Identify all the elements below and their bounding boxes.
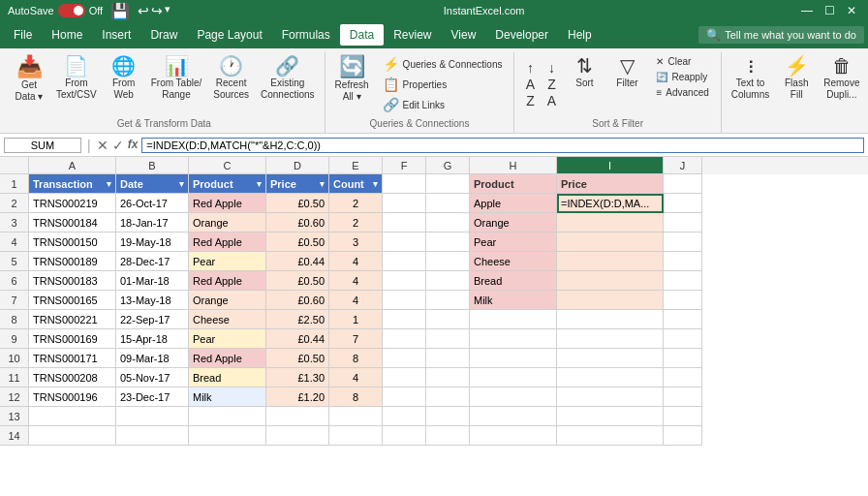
cell-f10[interactable] xyxy=(383,349,426,368)
cell-j13[interactable] xyxy=(664,407,702,426)
cell-d2[interactable]: £0.50 xyxy=(266,194,329,213)
cell-c10[interactable]: Red Apple xyxy=(189,349,266,368)
cell-b7[interactable]: 13-May-18 xyxy=(116,291,189,310)
cell-c2[interactable]: Red Apple xyxy=(189,194,266,213)
recent-sources-button[interactable]: 🕐 RecentSources xyxy=(209,54,253,103)
col-header-j[interactable]: J xyxy=(664,157,702,174)
cell-j2[interactable] xyxy=(664,194,702,213)
cell-c7[interactable]: Orange xyxy=(189,291,266,310)
cell-a14[interactable] xyxy=(29,426,116,446)
confirm-formula-icon[interactable]: ✓ xyxy=(112,138,124,153)
menu-review[interactable]: Review xyxy=(384,24,441,46)
cell-j9[interactable] xyxy=(664,329,702,349)
cell-a3[interactable]: TRNS000184 xyxy=(29,213,116,232)
cell-g2[interactable] xyxy=(426,194,470,213)
cell-e13[interactable] xyxy=(329,407,383,426)
cell-e4[interactable]: 3 xyxy=(329,232,383,252)
menu-draw[interactable]: Draw xyxy=(140,24,187,46)
sort-az-button[interactable]: ↑AZ xyxy=(520,58,540,110)
cell-e11[interactable]: 4 xyxy=(329,368,383,388)
clear-button[interactable]: ✕ Clear xyxy=(650,54,714,69)
cell-g14[interactable] xyxy=(426,426,470,446)
cell-g10[interactable] xyxy=(426,349,470,368)
cell-e9[interactable]: 7 xyxy=(329,329,383,349)
maximize-btn[interactable]: ☐ xyxy=(821,4,839,17)
col-header-g[interactable]: G xyxy=(426,157,470,174)
filter-icon-e1[interactable]: ▾ xyxy=(373,179,378,189)
menu-file[interactable]: File xyxy=(4,24,42,46)
cell-b11[interactable]: 05-Nov-17 xyxy=(116,368,189,388)
filter-icon-c1[interactable]: ▾ xyxy=(257,179,262,189)
cell-f13[interactable] xyxy=(383,407,426,426)
filter-button[interactable]: ▽ Filter xyxy=(607,54,646,91)
close-btn[interactable]: ✕ xyxy=(843,4,860,17)
cell-g9[interactable] xyxy=(426,329,470,349)
cell-c3[interactable]: Orange xyxy=(189,213,266,232)
cell-d6[interactable]: £0.50 xyxy=(266,271,329,291)
menu-home[interactable]: Home xyxy=(42,24,92,46)
cell-e5[interactable]: 4 xyxy=(329,252,383,271)
cell-i4[interactable] xyxy=(557,232,664,252)
insert-function-icon[interactable]: fx xyxy=(128,138,139,153)
cell-a8[interactable]: TRNS000221 xyxy=(29,310,116,329)
cell-a5[interactable]: TRNS000189 xyxy=(29,252,116,271)
cell-d8[interactable]: £2.50 xyxy=(266,310,329,329)
cell-c1[interactable]: Product ▾ xyxy=(189,174,266,194)
cell-h9[interactable] xyxy=(470,329,557,349)
formula-icons[interactable]: ✕ ✓ fx xyxy=(97,138,139,153)
cell-i6[interactable] xyxy=(557,271,664,291)
filter-icon-b1[interactable]: ▾ xyxy=(179,179,184,189)
cell-d1[interactable]: Price ▾ xyxy=(266,174,329,194)
cell-d3[interactable]: £0.60 xyxy=(266,213,329,232)
menu-help[interactable]: Help xyxy=(558,24,602,46)
cell-i10[interactable] xyxy=(557,349,664,368)
cell-c6[interactable]: Red Apple xyxy=(189,271,266,291)
undo-redo-group[interactable]: ↩ ↪ ▾ xyxy=(138,3,170,18)
cell-i9[interactable] xyxy=(557,329,664,349)
cell-h11[interactable] xyxy=(470,368,557,388)
undo-icon[interactable]: ↩ xyxy=(138,3,149,18)
cell-d12[interactable]: £1.20 xyxy=(266,388,329,407)
advanced-button[interactable]: ≡ Advanced xyxy=(650,85,714,100)
cell-b3[interactable]: 18-Jan-17 xyxy=(116,213,189,232)
menu-data[interactable]: Data xyxy=(340,24,384,46)
cell-a10[interactable]: TRNS000171 xyxy=(29,349,116,368)
col-header-d[interactable]: D xyxy=(266,157,329,174)
cell-j3[interactable] xyxy=(664,213,702,232)
cell-g5[interactable] xyxy=(426,252,470,271)
cell-i7[interactable] xyxy=(557,291,664,310)
cell-b5[interactable]: 28-Dec-17 xyxy=(116,252,189,271)
cell-b8[interactable]: 22-Sep-17 xyxy=(116,310,189,329)
cell-f2[interactable] xyxy=(383,194,426,213)
cell-e12[interactable]: 8 xyxy=(329,388,383,407)
cell-i13[interactable] xyxy=(557,407,664,426)
cell-b4[interactable]: 19-May-18 xyxy=(116,232,189,252)
cell-g13[interactable] xyxy=(426,407,470,426)
cell-j7[interactable] xyxy=(664,291,702,310)
cell-h8[interactable] xyxy=(470,310,557,329)
sort-za-button[interactable]: ↓ZA xyxy=(542,58,561,110)
cell-i3[interactable] xyxy=(557,213,664,232)
cell-e14[interactable] xyxy=(329,426,383,446)
cell-a12[interactable]: TRNS000196 xyxy=(29,388,116,407)
edit-links-button[interactable]: 🔗 Edit Links xyxy=(377,95,509,114)
menu-insert[interactable]: Insert xyxy=(92,24,140,46)
cell-a1[interactable]: Transaction ▾ xyxy=(29,174,116,194)
menu-formulas[interactable]: Formulas xyxy=(272,24,340,46)
cell-c8[interactable]: Cheese xyxy=(189,310,266,329)
cell-j4[interactable] xyxy=(664,232,702,252)
sort-button[interactable]: ⇅ Sort xyxy=(565,54,604,91)
cell-c14[interactable] xyxy=(189,426,266,446)
cell-i1[interactable]: Price xyxy=(557,174,664,194)
cell-j1[interactable] xyxy=(664,174,702,194)
from-text-csv-button[interactable]: 📄 FromText/CSV xyxy=(52,54,101,103)
cell-b10[interactable]: 09-Mar-18 xyxy=(116,349,189,368)
cell-a7[interactable]: TRNS000165 xyxy=(29,291,116,310)
cell-e3[interactable]: 2 xyxy=(329,213,383,232)
cell-e6[interactable]: 4 xyxy=(329,271,383,291)
cell-h7[interactable]: Milk xyxy=(470,291,557,310)
cell-i12[interactable] xyxy=(557,388,664,407)
cell-j10[interactable] xyxy=(664,349,702,368)
cell-h14[interactable] xyxy=(470,426,557,446)
cell-d7[interactable]: £0.60 xyxy=(266,291,329,310)
